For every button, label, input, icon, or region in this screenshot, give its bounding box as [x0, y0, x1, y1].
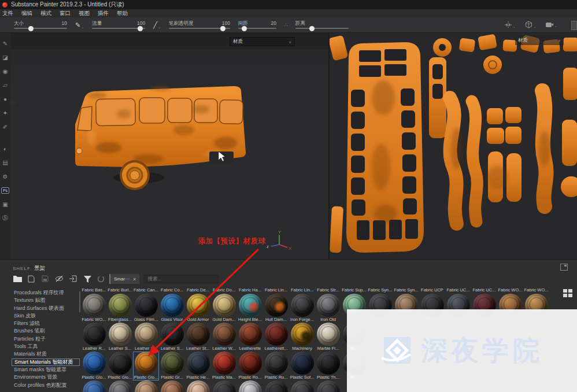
material-item[interactable]: Leather S... [107, 323, 133, 352]
material-item[interactable]: Plastic Glo... [81, 352, 107, 380]
material-item[interactable]: Leather R... [81, 323, 107, 352]
material-sphere[interactable] [161, 294, 184, 317]
hide-resources-icon[interactable] [54, 274, 64, 283]
settings-gear-icon[interactable]: ⚙ [1, 169, 10, 183]
material-sphere[interactable] [83, 294, 106, 317]
material-item[interactable] [211, 380, 237, 392]
material-item[interactable] [107, 380, 133, 392]
material-item[interactable]: Plastic Glo... [133, 352, 159, 380]
material-item[interactable]: Glass Visor [159, 294, 185, 323]
material-sphere[interactable] [161, 380, 184, 392]
material-sphere[interactable] [239, 323, 262, 346]
material-sphere[interactable] [213, 352, 236, 375]
material-item[interactable]: Leather St... [185, 323, 211, 352]
material-item[interactable]: Iron Old [315, 294, 341, 323]
search-input[interactable]: 搜索... [143, 275, 219, 283]
material-sphere[interactable] [265, 323, 288, 346]
material-sphere[interactable] [265, 294, 288, 317]
material-item[interactable] [237, 380, 263, 392]
shelf-category-environments[interactable]: Environments 背景 [12, 373, 80, 381]
material-item[interactable] [81, 380, 107, 392]
material-item[interactable]: Leather W... [211, 323, 237, 352]
material-sphere[interactable] [187, 380, 210, 392]
material-sphere[interactable] [265, 380, 288, 392]
material-picker-tool-icon[interactable]: ✐ [1, 120, 10, 134]
shelf-category-color[interactable]: Color profiles 色彩配置 [12, 382, 80, 389]
material-item[interactable]: Iron Forge... [289, 294, 315, 323]
material-item[interactable] [133, 380, 159, 392]
brush-slider[interactable]: 流量100 [92, 21, 145, 29]
material-item[interactable]: Leatherett... [263, 323, 289, 352]
material-sphere[interactable] [109, 380, 132, 392]
material-item[interactable] [315, 380, 341, 392]
material-item[interactable]: Leather S... [159, 323, 185, 352]
menu-item[interactable]: 帮助 [117, 10, 128, 17]
image-export-icon[interactable]: ▣ [1, 197, 10, 211]
material-sphere[interactable] [213, 294, 236, 317]
material-item[interactable]: Gold Dam... [211, 294, 237, 323]
smudge-tool-icon[interactable]: ● [1, 92, 10, 106]
close-icon[interactable]: × [133, 276, 136, 282]
camera-icon[interactable]: ⌄ [545, 21, 557, 28]
material-sphere[interactable] [291, 352, 314, 375]
refresh-icon[interactable] [96, 275, 105, 284]
material-item[interactable] [263, 380, 289, 392]
material-sphere[interactable] [109, 352, 132, 375]
shelf-category-textures[interactable]: Textures 贴图 [12, 297, 80, 304]
menu-item[interactable]: 编辑 [21, 10, 32, 17]
paint-tool-icon[interactable]: ✎ [1, 36, 10, 50]
panel-expand-icon[interactable] [560, 264, 568, 271]
material-item[interactable]: Height Ble... [237, 294, 263, 323]
shelf-category-materials[interactable]: Materials 材质 [12, 350, 80, 358]
menu-item[interactable]: 视图 [79, 10, 90, 17]
material-item[interactable] [185, 380, 211, 392]
material-item[interactable]: Leather S... [133, 323, 159, 352]
material-sphere[interactable] [83, 352, 106, 375]
view-mode-dropdown-2d[interactable]: 材质 ∨ [515, 35, 564, 45]
menu-item[interactable]: 文件 [2, 10, 13, 17]
material-sphere[interactable] [161, 323, 184, 346]
material-sphere[interactable] [109, 294, 132, 317]
material-item[interactable]: Machinery [289, 323, 315, 352]
shelf-category-skin[interactable]: Skin 皮肤 [12, 312, 80, 320]
material-item[interactable]: Leatherette [237, 323, 263, 352]
alignment-icon[interactable]: ∴ [284, 23, 287, 28]
shelf-category-filters[interactable]: Filters 滤镜 [12, 320, 80, 327]
shelf-category-smart[interactable]: Smart Materials 智能材质 [12, 358, 80, 366]
brush-slider[interactable]: 大小10 [14, 21, 67, 29]
material-item[interactable]: Plastic Gr... [159, 352, 185, 380]
menu-item[interactable]: 模式 [40, 10, 51, 17]
save-icon[interactable] [40, 274, 50, 283]
material-sphere[interactable] [135, 352, 158, 375]
material-sphere[interactable] [317, 380, 340, 392]
material-sphere[interactable] [265, 352, 288, 375]
viewport-2d[interactable]: 材质 ∨ [330, 33, 577, 259]
material-sphere[interactable] [83, 323, 106, 346]
view-mode-dropdown-3d[interactable]: 材质 ∨ [230, 37, 295, 46]
material-sphere[interactable] [239, 294, 262, 317]
filter-chip[interactable]: Smar··· × [109, 274, 139, 284]
material-item[interactable]: Plastic Ro... [237, 352, 263, 380]
photoshop-export-icon[interactable]: Ps [1, 183, 10, 197]
viewport-divider[interactable] [328, 33, 330, 259]
projection-tool-icon[interactable]: ◉ [1, 64, 10, 78]
material-item[interactable]: Glass Film... [133, 294, 159, 323]
menu-item[interactable]: 窗口 [60, 10, 71, 17]
material-sphere[interactable] [109, 323, 132, 346]
symmetry-icon[interactable]: ⌄ [504, 21, 516, 28]
material-sphere[interactable] [317, 323, 340, 346]
material-sphere[interactable] [135, 323, 158, 346]
perspective-cube-icon[interactable]: ⌄ [525, 21, 536, 28]
material-item[interactable]: Plastic He... [185, 352, 211, 380]
brush-slider[interactable]: 笔刷透明度100 [169, 21, 230, 29]
shelf-category-brushes[interactable]: Brushes 笔刷 [12, 327, 80, 335]
polygon-fill-tool-icon[interactable]: ▱ [1, 78, 10, 92]
material-sphere[interactable] [187, 352, 210, 375]
brush-tip-icon[interactable]: ✎⌄ [75, 21, 84, 29]
material-item[interactable] [289, 380, 315, 392]
material-sphere[interactable] [239, 352, 262, 375]
material-sphere[interactable] [239, 380, 262, 392]
material-item[interactable]: Fiberglass... [107, 294, 133, 323]
material-sphere[interactable] [213, 380, 236, 392]
material-sphere[interactable] [135, 294, 158, 317]
